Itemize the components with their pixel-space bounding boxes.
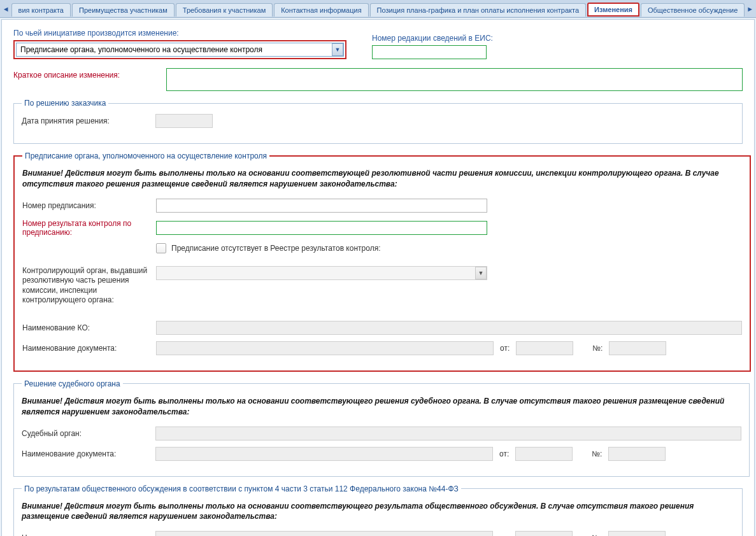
decision-date-label: Дата принятия решения: [22, 116, 155, 125]
control-org-label: Контролирующий орган, выдавший резолютив… [22, 266, 156, 306]
eis-input[interactable] [372, 45, 487, 59]
control-result-number-label: Номер результата контроля по предписанию… [22, 219, 156, 237]
tab-plan[interactable]: Позиция плана-графика и план оплаты испо… [370, 3, 586, 17]
public-warning: Внимание! Действия могут быть выполнены … [22, 501, 734, 523]
tabs-scroll-left[interactable]: ◄ [1, 2, 11, 16]
control-org-select[interactable]: ▼ [156, 266, 487, 280]
ko-name-input[interactable] [156, 321, 742, 335]
court-from-input[interactable] [515, 447, 573, 461]
eis-label: Номер редакции сведений в ЕИС: [372, 34, 493, 43]
tab-requirements[interactable]: Требования к участникам [176, 3, 273, 17]
court-from-label: от: [497, 449, 511, 458]
court-num-input[interactable] [608, 447, 666, 461]
prescription-warning: Внимание! Действия могут быть выполнены … [22, 168, 742, 190]
public-num-label: №: [589, 533, 604, 536]
doc-num-input[interactable] [609, 341, 666, 355]
tabs-bar: ◄ вия контракта Преимущества участникам … [0, 0, 756, 18]
content-panel: По чьей инициативе производится изменени… [1, 19, 755, 536]
tabs-scroll-right[interactable]: ► [745, 2, 755, 16]
chevron-down-icon[interactable]: ▼ [475, 267, 487, 279]
control-result-number-input[interactable] [156, 221, 487, 235]
doc-name-input[interactable] [156, 341, 494, 355]
doc-name-label: Наименование документа: [22, 344, 156, 353]
prescription-number-input[interactable] [156, 199, 487, 213]
initiative-value[interactable] [16, 43, 344, 57]
doc-from-input[interactable] [516, 341, 573, 355]
tab-public[interactable]: Общественное обсуждение [641, 3, 745, 17]
court-doc-label: Наименование документа: [22, 449, 155, 458]
initiative-select[interactable]: ▼ [16, 43, 344, 57]
fieldset-customer-legend: По решению заказчика [22, 99, 108, 108]
chevron-down-icon[interactable]: ▼ [332, 43, 343, 56]
ko-name-label: Наименование КО: [22, 323, 156, 332]
short-desc-label: Краткое описание изменения: [13, 68, 166, 80]
fieldset-prescription: Предписание органа, уполномоченного на о… [13, 152, 751, 372]
public-num-input[interactable] [608, 531, 666, 536]
tab-changes[interactable]: Изменения [587, 3, 639, 17]
tab-contract-terms[interactable]: вия контракта [11, 3, 71, 17]
fieldset-customer: По решению заказчика Дата принятия решен… [13, 99, 743, 144]
court-org-input[interactable] [155, 427, 741, 441]
decision-date-input[interactable] [155, 114, 213, 128]
public-doc-label: Наименование документа: [22, 533, 155, 536]
control-org-value[interactable] [156, 266, 487, 280]
public-doc-input[interactable] [155, 531, 493, 536]
fieldset-public: По результатам общественного обсуждения … [13, 484, 743, 536]
tab-advantages[interactable]: Преимущества участникам [72, 3, 175, 17]
fieldset-court: Решение судебного органа Внимание! Дейст… [13, 379, 750, 477]
initiative-label: По чьей инициативе производится изменени… [13, 29, 346, 38]
prescription-number-label: Номер предписания: [22, 201, 156, 210]
fieldset-prescription-legend: Предписание органа, уполномоченного на о… [22, 152, 269, 160]
court-doc-input[interactable] [155, 447, 493, 461]
court-warning: Внимание! Действия могут быть выполнены … [22, 396, 741, 418]
public-from-label: от: [497, 533, 511, 536]
fieldset-public-legend: По результатам общественного обсуждения … [22, 484, 461, 493]
tab-contact[interactable]: Контактная информация [274, 3, 368, 17]
court-num-label: №: [589, 449, 604, 458]
public-from-input[interactable] [515, 531, 573, 536]
short-desc-input[interactable] [166, 68, 743, 91]
court-org-label: Судебный орган: [22, 429, 155, 438]
fieldset-court-legend: Решение судебного органа [22, 379, 123, 388]
doc-num-label: №: [590, 344, 605, 353]
prescription-absent-checkbox[interactable] [156, 243, 166, 253]
doc-from-label: от: [497, 344, 512, 353]
prescription-absent-label: Предписание отсутствует в Реестре резуль… [171, 244, 380, 253]
